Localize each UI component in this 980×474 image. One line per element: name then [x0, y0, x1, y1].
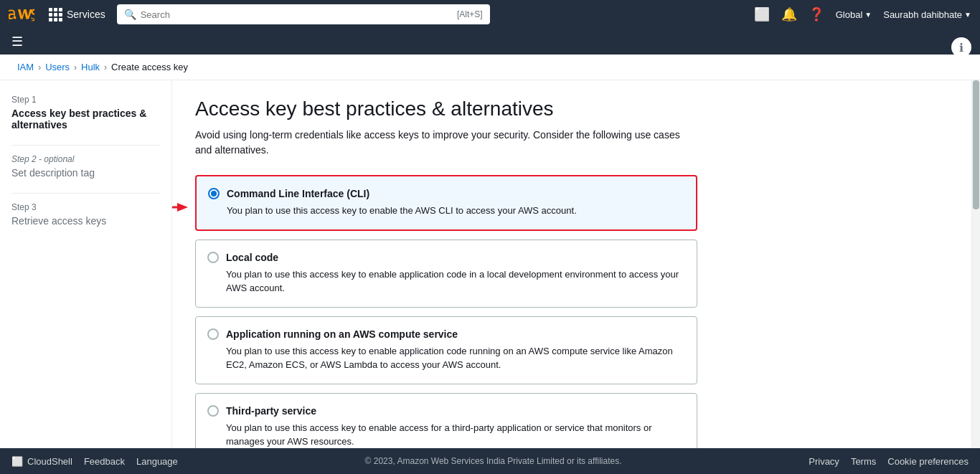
- scrollbar[interactable]: [971, 80, 980, 448]
- terminal-icon[interactable]: ⬜: [754, 6, 770, 22]
- step-divider-1: [11, 145, 160, 146]
- top-nav: Services 🔍 [Alt+S] ⬜ 🔔 ❓ Global ▼ Saurab…: [0, 0, 980, 29]
- search-icon: 🔍: [124, 9, 136, 20]
- step-divider-2: [11, 193, 160, 194]
- option-cli-wrapper: Command Line Interface (CLI) You plan to…: [195, 175, 697, 240]
- aws-logo[interactable]: [9, 6, 34, 22]
- scrollbar-thumb[interactable]: [973, 80, 979, 209]
- secondary-nav: ☰: [0, 29, 980, 54]
- search-input[interactable]: [141, 9, 453, 20]
- sidebar: Step 1 Access key best practices & alter…: [0, 80, 172, 448]
- breadcrumb-sep-3: ›: [104, 62, 107, 72]
- option-desc-cli: You plan to use this access key to enabl…: [227, 204, 684, 218]
- breadcrumb-iam[interactable]: IAM: [17, 62, 34, 72]
- user-caret: ▼: [964, 11, 971, 19]
- info-icon[interactable]: ℹ: [951, 37, 971, 57]
- option-title-third-party: Third-party service: [226, 405, 316, 417]
- cloudshell-icon: ⬜: [11, 456, 23, 467]
- page-subtitle: Avoid using long-term credentials like a…: [195, 128, 697, 158]
- radio-cli-inner: [211, 191, 217, 196]
- language-button[interactable]: Language: [136, 456, 178, 467]
- services-button[interactable]: Services: [43, 5, 111, 24]
- footer-left: ⬜ CloudShell Feedback Language: [11, 456, 178, 467]
- option-card-aws-compute[interactable]: Application running on an AWS compute se…: [195, 316, 697, 384]
- global-caret: ▼: [864, 11, 872, 19]
- step-2-title: Set description tag: [11, 167, 160, 179]
- hamburger-icon[interactable]: ☰: [11, 34, 23, 49]
- terms-link[interactable]: Terms: [851, 456, 876, 467]
- step-2-label: Step 2 - optional: [11, 154, 160, 164]
- option-card-cli[interactable]: Command Line Interface (CLI) You plan to…: [195, 175, 697, 231]
- nav-right: ⬜ 🔔 ❓ Global ▼ Saurabh dahibhate ▼: [754, 6, 971, 22]
- feedback-button[interactable]: Feedback: [84, 456, 125, 467]
- grid-icon: [49, 8, 62, 22]
- step-2: Step 2 - optional Set description tag: [11, 154, 160, 179]
- option-desc-third-party: You plan to use this access key to enabl…: [226, 421, 685, 449]
- option-card-third-party[interactable]: Third-party service You plan to use this…: [195, 393, 697, 449]
- breadcrumb: IAM › Users › Hulk › Create access key: [0, 54, 980, 80]
- content-area: Access key best practices & alternatives…: [172, 80, 971, 448]
- option-header-local-code: Local code: [207, 252, 685, 263]
- breadcrumb-users[interactable]: Users: [45, 62, 70, 72]
- radio-aws-compute[interactable]: [207, 328, 219, 340]
- help-icon[interactable]: ❓: [809, 6, 824, 22]
- global-selector[interactable]: Global ▼: [836, 9, 872, 20]
- svg-marker-1: [177, 203, 188, 212]
- search-shortcut: [Alt+S]: [457, 9, 483, 19]
- option-header-third-party: Third-party service: [207, 405, 685, 417]
- breadcrumb-sep-2: ›: [74, 62, 77, 72]
- option-header-cli: Command Line Interface (CLI): [208, 188, 684, 199]
- breadcrumb-current: Create access key: [111, 62, 188, 72]
- user-menu[interactable]: Saurabh dahibhate ▼: [883, 9, 971, 20]
- radio-local-code[interactable]: [207, 252, 219, 263]
- cookie-link[interactable]: Cookie preferences: [887, 456, 969, 467]
- page-title: Access key best practices & alternatives: [195, 98, 948, 120]
- step-1-title: Access key best practices & alternatives: [11, 108, 160, 131]
- breadcrumb-sep-1: ›: [38, 62, 41, 72]
- step-3-label: Step 3: [11, 202, 160, 212]
- step-3: Step 3 Retrieve access keys: [11, 202, 160, 227]
- search-bar[interactable]: 🔍 [Alt+S]: [117, 4, 490, 24]
- bell-icon[interactable]: 🔔: [781, 6, 797, 22]
- footer-copyright: © 2023, Amazon Web Services India Privat…: [192, 456, 794, 466]
- option-title-aws-compute: Application running on an AWS compute se…: [226, 328, 458, 340]
- option-header-aws-compute: Application running on an AWS compute se…: [207, 328, 685, 340]
- red-arrow: [172, 200, 188, 214]
- cloudshell-button[interactable]: ⬜ CloudShell: [11, 456, 72, 467]
- option-desc-aws-compute: You plan to use this access key to enabl…: [226, 344, 685, 372]
- footer: ⬜ CloudShell Feedback Language © 2023, A…: [0, 448, 980, 474]
- main-wrapper: Step 1 Access key best practices & alter…: [0, 80, 980, 448]
- radio-cli[interactable]: [208, 188, 220, 199]
- breadcrumb-hulk[interactable]: Hulk: [81, 62, 100, 72]
- option-card-local-code[interactable]: Local code You plan to use this access k…: [195, 240, 697, 308]
- step-1-label: Step 1: [11, 95, 160, 105]
- footer-right: Privacy Terms Cookie preferences: [809, 456, 969, 467]
- option-title-cli: Command Line Interface (CLI): [227, 188, 369, 199]
- privacy-link[interactable]: Privacy: [809, 456, 839, 467]
- step-1: Step 1 Access key best practices & alter…: [11, 95, 160, 131]
- option-desc-local-code: You plan to use this access key to enabl…: [226, 267, 685, 295]
- option-title-local-code: Local code: [226, 252, 278, 263]
- step-3-title: Retrieve access keys: [11, 215, 160, 227]
- radio-third-party[interactable]: [207, 405, 219, 417]
